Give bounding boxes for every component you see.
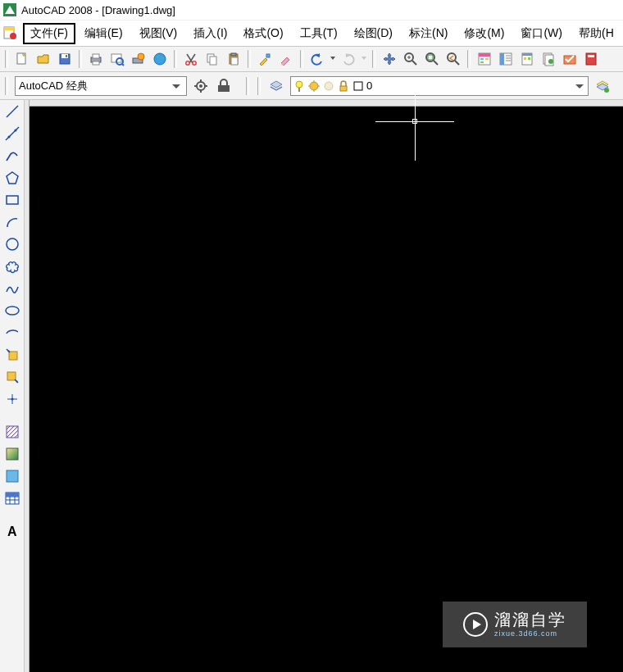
redo-button[interactable]	[339, 50, 357, 68]
sheet-set-button[interactable]	[539, 50, 557, 68]
layer-color-swatch	[352, 79, 365, 93]
window-titlebar: AutoCAD 2008 - [Drawing1.dwg]	[0, 0, 623, 20]
menu-dimension[interactable]: 标注(N)	[402, 23, 455, 44]
menu-tools[interactable]: 工具(T)	[293, 23, 345, 44]
plot-preview-button[interactable]	[108, 50, 126, 68]
toolbar-separator	[79, 50, 82, 68]
toolbar-separator	[248, 50, 251, 68]
menu-help[interactable]: 帮助(H	[571, 23, 621, 44]
svg-point-71	[604, 88, 609, 93]
zoom-previous-button[interactable]	[444, 50, 462, 68]
document-icon	[3, 26, 18, 41]
menu-view[interactable]: 视图(V)	[132, 23, 185, 44]
gradient-tool[interactable]	[2, 444, 22, 464]
print-button[interactable]	[87, 50, 105, 68]
undo-button[interactable]	[308, 50, 326, 68]
svg-rect-31	[428, 55, 433, 60]
properties-button[interactable]	[475, 50, 493, 68]
design-center-button[interactable]	[497, 50, 515, 68]
rectangle-tool[interactable]	[2, 190, 22, 210]
menu-format[interactable]: 格式(O)	[236, 23, 290, 44]
circle-tool[interactable]	[2, 234, 22, 254]
svg-point-17	[186, 61, 189, 65]
workspace-selected-label: AutoCAD 经典	[19, 79, 88, 93]
svg-line-30	[434, 61, 438, 65]
svg-line-88	[11, 430, 18, 438]
layer-manager-button[interactable]	[267, 77, 285, 95]
make-block-tool[interactable]	[2, 367, 22, 387]
svg-text:A: A	[7, 524, 17, 538]
save-button[interactable]	[56, 50, 74, 68]
svg-rect-35	[479, 53, 490, 57]
tool-palettes-button[interactable]	[518, 50, 536, 68]
pan-button[interactable]	[380, 50, 398, 68]
svg-line-85	[7, 426, 10, 429]
svg-line-72	[7, 106, 18, 117]
revision-cloud-tool[interactable]	[2, 257, 22, 276]
polyline-tool[interactable]	[2, 146, 22, 166]
text-tool[interactable]: A	[2, 521, 22, 541]
calculator-button[interactable]	[582, 50, 600, 68]
svg-rect-40	[500, 53, 504, 65]
point-tool[interactable]	[2, 389, 22, 409]
ellipse-arc-tool[interactable]	[2, 323, 22, 343]
layer-freeze-icon	[307, 79, 321, 93]
menu-modify[interactable]: 修改(M)	[457, 23, 512, 44]
svg-rect-36	[480, 58, 484, 60]
construction-line-tool[interactable]	[2, 124, 22, 143]
match-props-button[interactable]	[256, 50, 274, 68]
workspace-settings-button[interactable]	[192, 77, 210, 95]
zoom-window-button[interactable]	[423, 50, 441, 68]
svg-line-73	[6, 127, 19, 140]
workspace-select[interactable]: AutoCAD 经典	[15, 76, 187, 96]
layer-select[interactable]: 0	[290, 76, 589, 96]
open-button[interactable]	[34, 50, 52, 68]
menu-edit[interactable]: 编辑(E)	[77, 23, 130, 44]
cut-button[interactable]	[182, 50, 200, 68]
svg-rect-45	[522, 53, 532, 56]
layer-on-icon	[293, 79, 306, 93]
zoom-realtime-button[interactable]	[402, 50, 420, 68]
toolbar-separator	[257, 77, 261, 95]
svg-rect-79	[9, 352, 17, 360]
svg-rect-9	[93, 54, 99, 58]
svg-point-61	[296, 81, 302, 88]
ellipse-tool[interactable]	[2, 301, 22, 320]
menu-window[interactable]: 窗口(W)	[513, 23, 570, 44]
svg-point-63	[310, 82, 318, 90]
eraser-button[interactable]	[277, 50, 295, 68]
menu-insert[interactable]: 插入(I)	[186, 23, 234, 44]
table-tool[interactable]	[2, 488, 22, 508]
svg-rect-23	[231, 57, 238, 65]
new-button[interactable]	[13, 50, 31, 68]
canvas-container: 溜溜自学 zixue.3d66.com	[25, 100, 623, 672]
workspace-lock-button[interactable]	[215, 77, 233, 95]
svg-line-33	[455, 61, 459, 65]
region-tool[interactable]	[2, 466, 22, 486]
paste-button[interactable]	[225, 50, 243, 68]
layer-vp-freeze-icon	[322, 79, 335, 93]
polygon-tool[interactable]	[2, 168, 22, 188]
layer-states-button[interactable]	[593, 77, 612, 95]
globe-button[interactable]	[151, 50, 169, 68]
spline-tool[interactable]	[2, 279, 22, 298]
menu-file[interactable]: 文件(F)	[23, 23, 75, 44]
copy-button[interactable]	[203, 50, 221, 68]
redo-dropdown-icon[interactable]	[361, 50, 367, 68]
svg-rect-90	[7, 448, 18, 460]
svg-rect-62	[298, 88, 300, 92]
line-tool[interactable]	[2, 102, 22, 121]
menu-draw[interactable]: 绘图(D)	[347, 23, 400, 44]
publish-button[interactable]	[130, 50, 148, 68]
svg-line-86	[7, 426, 14, 434]
insert-block-tool[interactable]	[2, 345, 22, 365]
toolbar-separator	[246, 77, 249, 95]
markup-button[interactable]	[561, 50, 579, 68]
arc-tool[interactable]	[2, 212, 22, 232]
svg-point-75	[14, 129, 16, 132]
hatch-tool[interactable]	[2, 422, 22, 442]
undo-dropdown-icon[interactable]	[330, 50, 336, 68]
draw-toolbar: A	[0, 100, 25, 672]
svg-rect-91	[7, 470, 18, 482]
drawing-canvas[interactable]: 溜溜自学 zixue.3d66.com	[30, 107, 623, 672]
